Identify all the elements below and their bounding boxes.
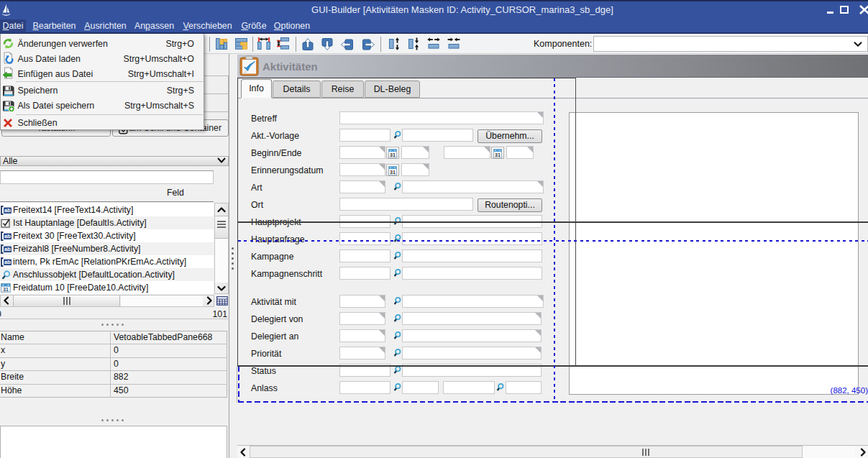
svg-text:31: 31 — [3, 287, 9, 292]
svg-text:ab: ab — [4, 233, 11, 239]
svg-text:31: 31 — [495, 151, 501, 157]
svg-text:31: 31 — [390, 151, 396, 157]
svg-text:ab: ab — [4, 246, 11, 252]
svg-text:ab: ab — [4, 207, 11, 214]
svg-text:31: 31 — [390, 168, 396, 175]
svg-text:ab: ab — [4, 259, 11, 265]
